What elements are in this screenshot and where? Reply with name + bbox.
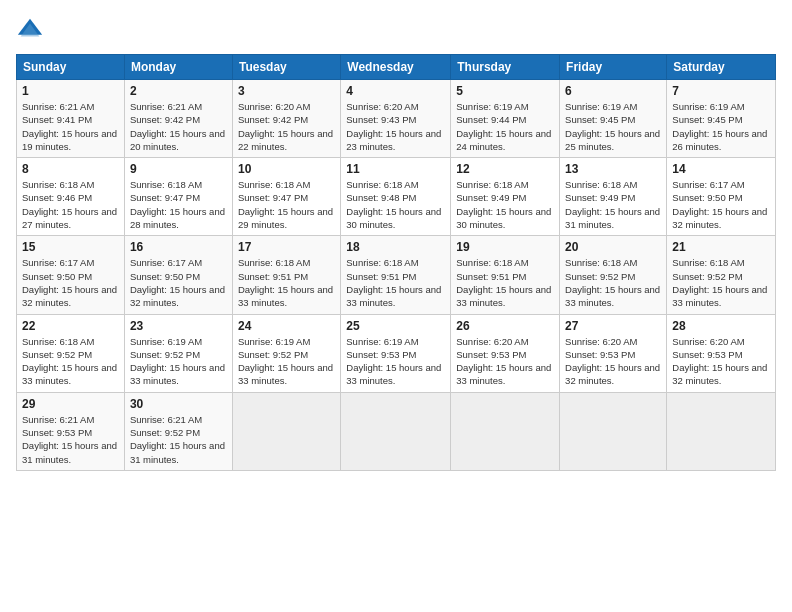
calendar-cell: 9 Sunrise: 6:18 AMSunset: 9:47 PMDayligh… [124,158,232,236]
logo-icon [16,16,44,44]
day-info: Sunrise: 6:19 AMSunset: 9:53 PMDaylight:… [346,336,441,387]
calendar-week-row: 29 Sunrise: 6:21 AMSunset: 9:53 PMDaylig… [17,392,776,470]
day-info: Sunrise: 6:20 AMSunset: 9:53 PMDaylight:… [565,336,660,387]
day-info: Sunrise: 6:21 AMSunset: 9:52 PMDaylight:… [130,414,225,465]
calendar-header-tuesday: Tuesday [232,55,340,80]
calendar-cell: 3 Sunrise: 6:20 AMSunset: 9:42 PMDayligh… [232,80,340,158]
calendar-cell: 24 Sunrise: 6:19 AMSunset: 9:52 PMDaylig… [232,314,340,392]
day-info: Sunrise: 6:20 AMSunset: 9:53 PMDaylight:… [672,336,767,387]
day-info: Sunrise: 6:18 AMSunset: 9:46 PMDaylight:… [22,179,117,230]
day-info: Sunrise: 6:18 AMSunset: 9:47 PMDaylight:… [238,179,333,230]
calendar-cell: 22 Sunrise: 6:18 AMSunset: 9:52 PMDaylig… [17,314,125,392]
calendar-table: SundayMondayTuesdayWednesdayThursdayFrid… [16,54,776,471]
calendar-header-thursday: Thursday [451,55,560,80]
calendar-header-row: SundayMondayTuesdayWednesdayThursdayFrid… [17,55,776,80]
day-info: Sunrise: 6:17 AMSunset: 9:50 PMDaylight:… [22,257,117,308]
day-number: 11 [346,162,445,176]
day-info: Sunrise: 6:18 AMSunset: 9:52 PMDaylight:… [672,257,767,308]
day-number: 20 [565,240,661,254]
day-info: Sunrise: 6:18 AMSunset: 9:52 PMDaylight:… [22,336,117,387]
day-number: 8 [22,162,119,176]
calendar-cell: 15 Sunrise: 6:17 AMSunset: 9:50 PMDaylig… [17,236,125,314]
calendar-cell: 6 Sunrise: 6:19 AMSunset: 9:45 PMDayligh… [560,80,667,158]
day-number: 9 [130,162,227,176]
day-number: 2 [130,84,227,98]
calendar-cell: 1 Sunrise: 6:21 AMSunset: 9:41 PMDayligh… [17,80,125,158]
day-info: Sunrise: 6:21 AMSunset: 9:42 PMDaylight:… [130,101,225,152]
calendar-cell: 23 Sunrise: 6:19 AMSunset: 9:52 PMDaylig… [124,314,232,392]
day-number: 16 [130,240,227,254]
calendar-cell: 26 Sunrise: 6:20 AMSunset: 9:53 PMDaylig… [451,314,560,392]
calendar-cell: 25 Sunrise: 6:19 AMSunset: 9:53 PMDaylig… [341,314,451,392]
calendar-week-row: 15 Sunrise: 6:17 AMSunset: 9:50 PMDaylig… [17,236,776,314]
day-number: 5 [456,84,554,98]
day-info: Sunrise: 6:19 AMSunset: 9:52 PMDaylight:… [130,336,225,387]
day-number: 19 [456,240,554,254]
calendar-week-row: 8 Sunrise: 6:18 AMSunset: 9:46 PMDayligh… [17,158,776,236]
day-number: 13 [565,162,661,176]
day-info: Sunrise: 6:19 AMSunset: 9:45 PMDaylight:… [565,101,660,152]
calendar-cell: 17 Sunrise: 6:18 AMSunset: 9:51 PMDaylig… [232,236,340,314]
day-number: 17 [238,240,335,254]
calendar-week-row: 22 Sunrise: 6:18 AMSunset: 9:52 PMDaylig… [17,314,776,392]
calendar-cell [451,392,560,470]
day-info: Sunrise: 6:18 AMSunset: 9:49 PMDaylight:… [456,179,551,230]
day-number: 28 [672,319,770,333]
day-number: 24 [238,319,335,333]
logo [16,16,48,44]
calendar-cell: 30 Sunrise: 6:21 AMSunset: 9:52 PMDaylig… [124,392,232,470]
calendar-cell: 11 Sunrise: 6:18 AMSunset: 9:48 PMDaylig… [341,158,451,236]
day-number: 21 [672,240,770,254]
day-info: Sunrise: 6:19 AMSunset: 9:52 PMDaylight:… [238,336,333,387]
day-info: Sunrise: 6:20 AMSunset: 9:53 PMDaylight:… [456,336,551,387]
calendar-cell [341,392,451,470]
day-info: Sunrise: 6:19 AMSunset: 9:45 PMDaylight:… [672,101,767,152]
calendar-header-friday: Friday [560,55,667,80]
day-info: Sunrise: 6:20 AMSunset: 9:43 PMDaylight:… [346,101,441,152]
day-number: 1 [22,84,119,98]
calendar-cell: 8 Sunrise: 6:18 AMSunset: 9:46 PMDayligh… [17,158,125,236]
day-info: Sunrise: 6:18 AMSunset: 9:51 PMDaylight:… [238,257,333,308]
day-info: Sunrise: 6:18 AMSunset: 9:49 PMDaylight:… [565,179,660,230]
calendar-cell: 10 Sunrise: 6:18 AMSunset: 9:47 PMDaylig… [232,158,340,236]
calendar-cell: 4 Sunrise: 6:20 AMSunset: 9:43 PMDayligh… [341,80,451,158]
calendar-cell: 27 Sunrise: 6:20 AMSunset: 9:53 PMDaylig… [560,314,667,392]
calendar-cell: 5 Sunrise: 6:19 AMSunset: 9:44 PMDayligh… [451,80,560,158]
calendar-header-wednesday: Wednesday [341,55,451,80]
day-info: Sunrise: 6:18 AMSunset: 9:48 PMDaylight:… [346,179,441,230]
day-info: Sunrise: 6:21 AMSunset: 9:41 PMDaylight:… [22,101,117,152]
calendar-cell: 13 Sunrise: 6:18 AMSunset: 9:49 PMDaylig… [560,158,667,236]
calendar-cell: 14 Sunrise: 6:17 AMSunset: 9:50 PMDaylig… [667,158,776,236]
day-number: 6 [565,84,661,98]
day-number: 25 [346,319,445,333]
day-info: Sunrise: 6:18 AMSunset: 9:47 PMDaylight:… [130,179,225,230]
calendar-cell: 7 Sunrise: 6:19 AMSunset: 9:45 PMDayligh… [667,80,776,158]
day-info: Sunrise: 6:17 AMSunset: 9:50 PMDaylight:… [130,257,225,308]
calendar-cell: 2 Sunrise: 6:21 AMSunset: 9:42 PMDayligh… [124,80,232,158]
calendar-week-row: 1 Sunrise: 6:21 AMSunset: 9:41 PMDayligh… [17,80,776,158]
day-number: 27 [565,319,661,333]
day-number: 14 [672,162,770,176]
calendar-cell: 21 Sunrise: 6:18 AMSunset: 9:52 PMDaylig… [667,236,776,314]
day-number: 23 [130,319,227,333]
day-number: 7 [672,84,770,98]
day-info: Sunrise: 6:20 AMSunset: 9:42 PMDaylight:… [238,101,333,152]
day-info: Sunrise: 6:18 AMSunset: 9:52 PMDaylight:… [565,257,660,308]
calendar-cell: 20 Sunrise: 6:18 AMSunset: 9:52 PMDaylig… [560,236,667,314]
day-number: 12 [456,162,554,176]
calendar-cell [667,392,776,470]
calendar-header-sunday: Sunday [17,55,125,80]
day-number: 30 [130,397,227,411]
calendar-cell: 16 Sunrise: 6:17 AMSunset: 9:50 PMDaylig… [124,236,232,314]
day-number: 26 [456,319,554,333]
calendar-header-monday: Monday [124,55,232,80]
day-info: Sunrise: 6:18 AMSunset: 9:51 PMDaylight:… [456,257,551,308]
day-number: 10 [238,162,335,176]
day-number: 15 [22,240,119,254]
calendar-header-saturday: Saturday [667,55,776,80]
calendar-cell: 19 Sunrise: 6:18 AMSunset: 9:51 PMDaylig… [451,236,560,314]
day-number: 18 [346,240,445,254]
day-number: 4 [346,84,445,98]
calendar-cell [560,392,667,470]
day-info: Sunrise: 6:18 AMSunset: 9:51 PMDaylight:… [346,257,441,308]
